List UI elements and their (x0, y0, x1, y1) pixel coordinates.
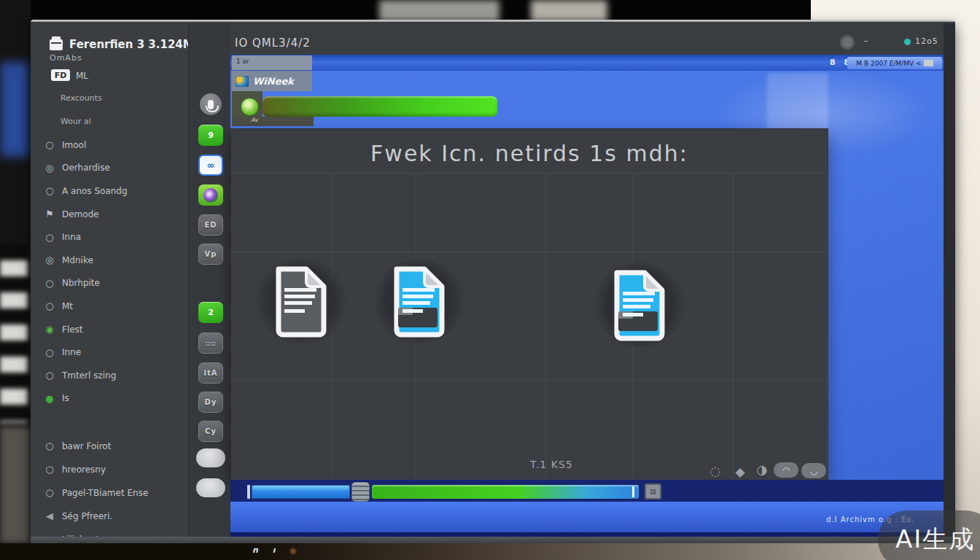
document-blue-1-icon[interactable] (386, 264, 453, 338)
sidebar-item[interactable]: ○A anos Soandg (44, 185, 128, 196)
sidebar-item-icon: ○ (44, 232, 55, 243)
card-button[interactable]: ▫▫ (198, 332, 223, 354)
photo-of-monitor: Ferenrfien 3 3.124MiGa OmAbs FD ML Rexco… (0, 0, 980, 560)
sidebar-item-icon: ◀ (44, 510, 55, 521)
sidebar-item-label: Imool (62, 140, 86, 150)
swirl-icon (203, 188, 218, 203)
sidebar-item-label: hreoresny (62, 464, 106, 475)
sidebar-item[interactable]: ●Is (44, 393, 69, 404)
sidebar-item-icon: ○ (44, 440, 55, 451)
dialog-gridline (231, 379, 828, 380)
link-button[interactable]: ∞ (198, 155, 223, 176)
desk-surface (0, 543, 980, 560)
speaker-icon[interactable]: ▤ (645, 483, 661, 499)
sidebar-item-label: bawr Foirot (62, 441, 111, 451)
sidebar-item-label: Rexcounts (61, 93, 102, 103)
dialog-title: Fwek Icn. netirds 1s mdh: (231, 141, 828, 166)
sidebar-item-label: Demode (62, 209, 99, 219)
clock-text: 12o5 (915, 36, 938, 46)
tag-2-button[interactable]: Vp (198, 244, 223, 265)
scrollbar-grip[interactable] (351, 482, 370, 502)
sidebar-item-label: Tmterl szing (62, 370, 116, 381)
titlebar-info-text: M B 2007 E/M/MV < (856, 60, 921, 67)
progress-end-tick (632, 486, 634, 497)
sidebar-item[interactable]: ○hreoresny (44, 464, 106, 475)
diamond-icon[interactable]: ◆ (731, 463, 749, 481)
scrollbar-blue[interactable] (252, 485, 350, 499)
fd-badge: FD (51, 69, 70, 81)
app-launcher-row[interactable]: WiNeek (232, 71, 312, 91)
nine-badge-button[interactable]: 9 (198, 125, 223, 146)
color-swirl-button[interactable] (198, 184, 223, 206)
sidebar-item[interactable]: ○Pagel-TBiamet Ense (44, 487, 148, 498)
sidebar-item[interactable]: ○bawr Foirot (44, 440, 111, 451)
microphone-button[interactable] (200, 93, 222, 115)
pill-2-button[interactable] (196, 478, 225, 497)
dialog-gridline (733, 173, 734, 480)
ai-watermark-text: AI生成 (895, 523, 975, 556)
sidebar-item[interactable]: ◎Mdnike (44, 254, 93, 265)
sidebar-item[interactable]: ⚑Demode (44, 209, 99, 219)
dialog-gridline (231, 173, 828, 174)
sidebar-item[interactable]: ◀Ség Pfreeri. (44, 510, 112, 521)
document-blue-2-icon[interactable] (606, 268, 673, 342)
sidebar-item-label: Inne (62, 347, 81, 357)
sidebar-item[interactable]: ○Inna (44, 232, 81, 243)
sidebar-item[interactable]: ◎Oerhardise (44, 163, 110, 174)
sidebar-item[interactable]: ○Nbrhpite (44, 278, 100, 289)
arc-up-icon[interactable]: ◠ (774, 462, 798, 478)
gear-icon[interactable] (840, 35, 855, 50)
tag-5-button[interactable]: Cy (198, 421, 223, 442)
scroll-left-tick (247, 485, 250, 499)
titlebar-info-box[interactable]: M B 2007 E/M/MV < (847, 57, 942, 69)
sidebar-item-label: Inna (62, 232, 81, 242)
ai-watermark: AI生成 (878, 510, 980, 560)
dialog-gridline (545, 173, 546, 480)
dialog-gridline (827, 173, 828, 480)
sidebar-item[interactable]: ○Tmterl szing (44, 370, 116, 381)
tag-1-button[interactable]: ED (198, 214, 223, 236)
sidebar-item-icon: ○ (44, 370, 55, 381)
sidebar-item-label: Mt (62, 301, 73, 311)
sidebar-item-icon: ○ (44, 139, 55, 150)
sidebar-item[interactable]: Wour al (42, 117, 91, 126)
monitor-bezel-right (944, 23, 955, 537)
sidebar-item[interactable]: ◉Flest (44, 324, 83, 335)
sidebar-item[interactable]: ○Inne (44, 347, 81, 358)
background-screen-glow (0, 62, 29, 157)
monitor-bezel-bottom (31, 537, 955, 543)
green-orb-icon (241, 98, 259, 116)
sidebar-item-icon: ○ (44, 487, 55, 498)
minimize-icon[interactable]: – (863, 35, 868, 46)
sidebar-item-icon: ○ (44, 464, 55, 475)
two-badge-button[interactable]: 2 (198, 302, 223, 323)
globe-icon (236, 76, 249, 87)
document-gray-icon[interactable] (268, 264, 335, 338)
progress-bar-green-blue (372, 485, 639, 499)
dotted-circle-icon[interactable]: ◌ (707, 462, 724, 480)
sidebar-item[interactable]: Rexcounts (42, 93, 102, 103)
sidebar-item-label: Is (62, 393, 69, 403)
mic-icon (208, 100, 214, 109)
tag-4-button[interactable]: Dy (198, 392, 223, 413)
tag-3-button[interactable]: itA (198, 362, 223, 384)
window-tab[interactable]: 1 ar (232, 55, 312, 70)
sidebar-item-label: A anos Soandg (62, 186, 128, 196)
arc-down-icon[interactable]: ◡ (801, 463, 826, 478)
sidebar-item-icon: ○ (44, 300, 55, 311)
sidebar-item[interactable]: ○Mt (44, 300, 73, 311)
sidebar-item-icon: ○ (44, 185, 55, 196)
power-led-icon (290, 548, 296, 554)
computer-icon (924, 60, 933, 66)
background-keyboard-blur (0, 244, 28, 423)
sidebar-item-icon: ○ (44, 278, 55, 289)
app-header (230, 23, 944, 55)
pie-icon[interactable]: ◑ (753, 461, 771, 478)
sidebar-item-label: Flest (62, 324, 83, 335)
pill-1-button[interactable] (196, 448, 225, 467)
printer-stack-icon (50, 39, 63, 50)
sidebar-item-label: Pagel-TBiamet Ense (62, 488, 148, 498)
sidebar-item-icon: ◉ (44, 324, 55, 335)
sidebar-item-label: Oerhardise (62, 163, 110, 173)
sidebar-item[interactable]: ○Imool (44, 139, 86, 150)
